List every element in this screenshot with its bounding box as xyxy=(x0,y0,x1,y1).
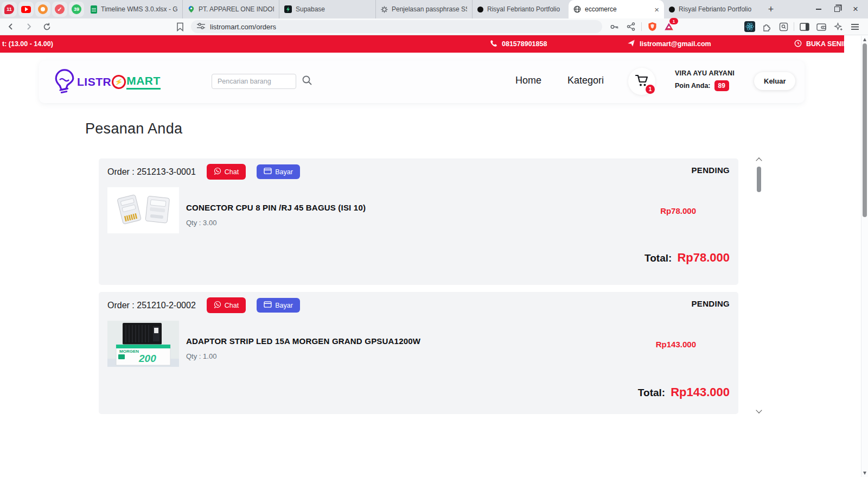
page-title: Pesanan Anda xyxy=(85,120,182,137)
product-name[interactable]: ADAPTOR STRIP LED 15A MORGEN GRAND GPSUA… xyxy=(186,336,420,346)
order-header: Order : 251210-2-0002 Chat Bayar xyxy=(107,297,300,313)
search-tabs-icon[interactable] xyxy=(777,20,790,33)
tab-label: Supabase xyxy=(296,5,371,13)
tab-label: Risyal Febrianto Portfolio xyxy=(679,5,756,13)
order-card: Order : 251213-3-0001 Chat Bayar PENDING xyxy=(99,158,738,285)
nav-home[interactable]: Home xyxy=(515,75,541,86)
forward-icon[interactable] xyxy=(22,20,35,33)
order-total: Total: Rp143.000 xyxy=(638,385,730,399)
total-label: Total: xyxy=(638,387,665,399)
tab-portfolio-1[interactable]: Risyal Febrianto Portfolio xyxy=(472,0,569,18)
maps-pin-icon xyxy=(188,5,195,14)
logout-button[interactable]: Keluar xyxy=(754,72,795,90)
tabs: Timeline WMS 3.0.xlsx - Goog PT. APPAREL… xyxy=(86,0,778,18)
phone-icon xyxy=(490,40,497,49)
product-image[interactable]: MORGEN 200 xyxy=(107,321,179,367)
tab-label: Risyal Febrianto Portfolio xyxy=(487,5,564,13)
wallet-icon[interactable] xyxy=(815,20,828,33)
rewards-badge: 1 xyxy=(669,18,678,24)
page-scrollbar[interactable] xyxy=(861,36,868,477)
address-bar[interactable]: listromart.com/orders xyxy=(191,20,602,33)
chat-label: Chat xyxy=(225,168,239,176)
extensions-puzzle-icon[interactable] xyxy=(760,20,773,33)
search-input[interactable] xyxy=(212,74,296,89)
back-icon[interactable] xyxy=(4,20,17,33)
search-area xyxy=(212,74,312,89)
site-logo[interactable]: LISTR ⚡ MART xyxy=(53,68,161,96)
order-total: Total: Rp78.000 xyxy=(644,251,730,265)
nav-buttons xyxy=(0,20,53,33)
extensions-cluster xyxy=(743,20,868,33)
tab-ssh[interactable]: Penjelasan passphrase SSH xyxy=(375,0,472,18)
browser-window: 11 ✓ 39 Timeline WMS 3.0.xlsx - Goog xyxy=(0,0,868,477)
scroll-up-icon[interactable] xyxy=(863,38,866,41)
user-points: Poin Anda: 89 xyxy=(675,80,735,91)
reload-icon[interactable] xyxy=(40,20,53,33)
chat-button[interactable]: Chat xyxy=(207,297,246,313)
scroll-down-icon[interactable] xyxy=(863,472,866,475)
nav-kategori[interactable]: Kategori xyxy=(567,75,604,86)
paper-plane-icon xyxy=(627,39,635,49)
tab-close-icon[interactable]: × xyxy=(654,5,659,14)
react-devtools-icon[interactable] xyxy=(743,20,756,33)
scrollbar-thumb[interactable] xyxy=(757,167,761,192)
divider xyxy=(641,22,642,31)
window-controls: × xyxy=(814,4,868,14)
search-icon[interactable] xyxy=(302,75,312,88)
pinned-tab-tasks[interactable]: ✓ xyxy=(52,2,67,17)
scroll-down-icon[interactable] xyxy=(756,407,762,413)
minimize-icon[interactable] xyxy=(814,4,824,14)
pinned-tab-chat[interactable]: 11 xyxy=(2,2,17,17)
tab-portfolio-2[interactable]: Risyal Febrianto Portfolio xyxy=(664,0,761,18)
order-card: Order : 251210-2-0002 Chat Bayar PENDING xyxy=(99,292,738,414)
menu-hamburger-icon[interactable] xyxy=(848,20,861,33)
pinned-tab-whatsapp[interactable]: 39 xyxy=(69,2,84,17)
opening-hours-left: t: (13.00 - 14.00) xyxy=(2,35,53,53)
cart-button[interactable]: 1 xyxy=(628,68,655,95)
whatsapp-icon xyxy=(214,167,221,176)
new-tab-button[interactable]: + xyxy=(764,2,778,16)
order-status-badge: PENDING xyxy=(692,166,730,175)
orders-scrollbar[interactable] xyxy=(755,157,763,414)
pinned-tab-orange[interactable] xyxy=(35,2,50,17)
tab-maps[interactable]: PT. APPAREL ONE INDONESIA xyxy=(182,0,279,18)
leo-ai-icon[interactable] xyxy=(832,20,845,33)
hours-text: t: (13.00 - 14.00) xyxy=(2,40,53,48)
brave-shield-icon[interactable] xyxy=(646,20,659,33)
points-label: Poin Anda: xyxy=(675,82,711,90)
password-key-icon[interactable] xyxy=(608,20,621,33)
pay-button[interactable]: Bayar xyxy=(257,298,300,313)
scrollbar-thumb[interactable] xyxy=(863,43,867,217)
address-actions: 1 xyxy=(608,20,675,33)
tab-timeline-wms[interactable]: Timeline WMS 3.0.xlsx - Goog xyxy=(86,0,182,18)
user-name: VIRA AYU ARYANI xyxy=(675,69,735,77)
logo-part-listr: LISTR xyxy=(77,75,111,88)
tab-eccomerce-active[interactable]: eccomerce × xyxy=(569,0,664,18)
order-number: Order : 251210-2-0002 xyxy=(107,301,196,310)
dot-favicon-icon xyxy=(669,7,675,12)
url-text[interactable]: listromart.com/orders xyxy=(210,23,276,31)
product-price: Rp143.000 xyxy=(656,340,696,349)
brave-rewards-icon[interactable]: 1 xyxy=(662,20,675,33)
product-image[interactable] xyxy=(107,187,179,233)
pinned-tab-youtube[interactable] xyxy=(18,2,34,17)
product-name[interactable]: CONECTOR CPU 8 PIN /RJ 45 BAGUS (ISI 10) xyxy=(186,203,366,212)
share-icon[interactable] xyxy=(624,20,637,33)
product-qty: Qty : 1.00 xyxy=(186,352,216,360)
bookmark-icon[interactable] xyxy=(174,20,187,33)
tab-strip: 11 ✓ 39 Timeline WMS 3.0.xlsx - Goog xyxy=(0,0,868,18)
restore-icon[interactable] xyxy=(832,4,842,14)
credit-card-icon xyxy=(264,301,272,309)
phone-contact[interactable]: 081578901858 xyxy=(490,35,547,53)
close-window-icon[interactable]: × xyxy=(851,4,860,14)
tab-supabase[interactable]: Supabase xyxy=(279,0,375,18)
whatsapp-icon xyxy=(214,301,221,310)
scroll-up-icon[interactable] xyxy=(756,157,762,163)
open-days-text: BUKA SENIN xyxy=(806,40,844,48)
sidebar-toggle-icon[interactable] xyxy=(798,20,811,33)
site-settings-icon[interactable] xyxy=(197,22,205,31)
credit-card-icon xyxy=(264,168,272,176)
pay-button[interactable]: Bayar xyxy=(257,164,300,179)
chat-button[interactable]: Chat xyxy=(207,164,246,180)
email-contact[interactable]: listromart@gmail.com xyxy=(627,35,711,53)
